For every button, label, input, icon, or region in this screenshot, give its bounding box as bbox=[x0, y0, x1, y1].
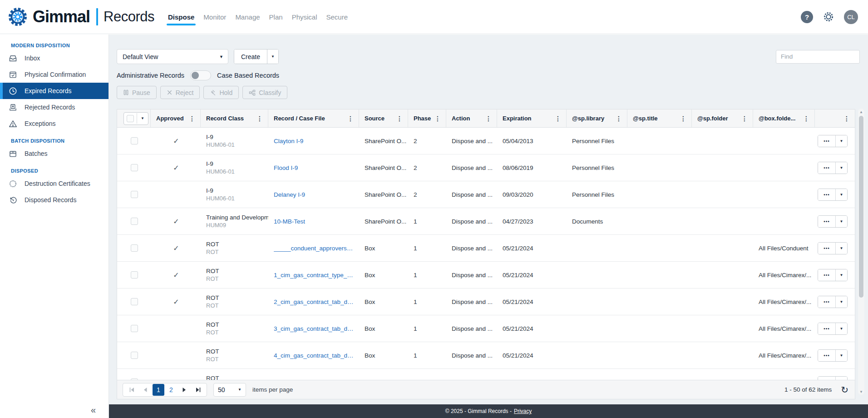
column-menu-icon[interactable]: ⋮ bbox=[187, 115, 197, 122]
column-menu-icon[interactable]: ⋮ bbox=[553, 115, 562, 122]
column-menu-icon[interactable]: ⋮ bbox=[255, 115, 264, 122]
record-link[interactable]: 2_cim_gas_contract_tab_dis... bbox=[274, 299, 355, 305]
first-page-button[interactable] bbox=[125, 383, 138, 396]
page-2-button[interactable]: 2 bbox=[165, 384, 177, 396]
previous-page-button[interactable] bbox=[138, 383, 152, 396]
column-menu-icon[interactable]: ⋮ bbox=[433, 115, 442, 122]
select-all-widget[interactable]: ▼ bbox=[123, 112, 148, 125]
row-dropdown-button[interactable]: ▼ bbox=[835, 189, 847, 200]
view-select[interactable]: Default View ▼ bbox=[117, 49, 228, 64]
find-input[interactable] bbox=[776, 50, 860, 64]
column-menu-icon[interactable]: ⋮ bbox=[484, 115, 493, 122]
row-checkbox[interactable] bbox=[131, 352, 138, 359]
sidebar-collapse-button[interactable]: « bbox=[91, 405, 96, 415]
column-menu-icon[interactable]: ⋮ bbox=[395, 115, 404, 122]
record-link[interactable]: 4_cim_gas_contract_tab_dis... bbox=[274, 352, 355, 359]
sidebar-item-batches[interactable]: Batches bbox=[0, 145, 108, 162]
row-dropdown-button[interactable]: ▼ bbox=[835, 350, 847, 361]
row-more-button[interactable]: ••• bbox=[818, 377, 835, 380]
row-dropdown-button[interactable]: ▼ bbox=[835, 296, 847, 308]
row-checkbox[interactable] bbox=[131, 298, 138, 305]
row-more-button[interactable]: ••• bbox=[818, 296, 835, 308]
sp-title-cell bbox=[627, 289, 692, 315]
row-more-button[interactable]: ••• bbox=[818, 350, 835, 361]
scroll-down-icon[interactable]: ▼ bbox=[858, 388, 864, 395]
row-dropdown-button[interactable]: ▼ bbox=[835, 269, 847, 281]
record-link[interactable]: 10-MB-Test bbox=[274, 218, 305, 225]
row-checkbox[interactable] bbox=[131, 271, 138, 279]
nav-tab-dispose[interactable]: Dispose bbox=[167, 10, 196, 24]
classify-button[interactable]: Classify bbox=[242, 86, 287, 99]
sidebar-item-expired-records[interactable]: Expired Records bbox=[0, 83, 108, 99]
row-more-button[interactable]: ••• bbox=[818, 323, 835, 334]
column-menu-icon[interactable]: ⋮ bbox=[802, 115, 811, 122]
create-button[interactable]: Create bbox=[234, 50, 267, 64]
row-dropdown-button[interactable]: ▼ bbox=[835, 135, 847, 147]
record-link[interactable]: 1_cim_gas_contract_type_cr... bbox=[274, 272, 355, 279]
last-page-button[interactable] bbox=[191, 383, 205, 396]
sidebar-item-rejected-records[interactable]: Rejected Records bbox=[0, 99, 108, 115]
hold-button[interactable]: Hold bbox=[203, 86, 239, 99]
nav-tab-physical[interactable]: Physical bbox=[291, 10, 319, 24]
row-dropdown-button[interactable]: ▼ bbox=[835, 377, 847, 380]
nav-tab-monitor[interactable]: Monitor bbox=[202, 10, 227, 24]
row-checkbox[interactable] bbox=[131, 137, 138, 144]
row-more-button[interactable]: ••• bbox=[818, 269, 835, 281]
records-type-toggle[interactable] bbox=[190, 70, 211, 80]
privacy-link[interactable]: Privacy bbox=[514, 408, 532, 414]
nav-tab-plan[interactable]: Plan bbox=[268, 10, 284, 24]
page-1-button[interactable]: 1 bbox=[153, 384, 164, 396]
row-more-button[interactable]: ••• bbox=[818, 216, 835, 227]
column-menu-icon[interactable]: ⋮ bbox=[842, 115, 851, 122]
row-dropdown-button[interactable]: ▼ bbox=[835, 162, 847, 174]
record-link[interactable]: 3_cim_gas_contract_tab_dis... bbox=[274, 325, 355, 332]
sidebar-item-destruction-certificates[interactable]: Destruction Certificates bbox=[0, 175, 108, 192]
col-header-action: Action⋮ bbox=[446, 109, 497, 127]
create-dropdown-button[interactable]: ▼ bbox=[267, 50, 278, 64]
reject-button[interactable]: Reject bbox=[160, 86, 200, 99]
sidebar-item-exceptions[interactable]: Exceptions bbox=[0, 115, 108, 132]
record-class-code: ROT bbox=[206, 302, 218, 309]
column-menu-icon[interactable]: ⋮ bbox=[614, 115, 623, 122]
row-dropdown-button[interactable]: ▼ bbox=[835, 216, 847, 227]
next-page-button[interactable] bbox=[178, 383, 191, 396]
sidebar-item-disposed-records[interactable]: Disposed Records bbox=[0, 192, 108, 208]
record-link[interactable]: Clayton I-9 bbox=[274, 138, 303, 144]
sidebar-item-inbox[interactable]: Inbox bbox=[0, 50, 108, 66]
row-more-button[interactable]: ••• bbox=[818, 189, 835, 200]
record-link[interactable]: Flood I-9 bbox=[274, 164, 298, 171]
record-link[interactable]: Delaney I-9 bbox=[274, 191, 305, 198]
row-more-button[interactable]: ••• bbox=[818, 135, 835, 147]
row-checkbox[interactable] bbox=[131, 325, 138, 332]
record-link[interactable]: _____conduent_approvers_... bbox=[274, 245, 355, 252]
box-folder-cell: All Files/Cimarex/... bbox=[753, 262, 815, 288]
sidebar-item-physical-confirmation[interactable]: Physical Confirmation bbox=[0, 66, 108, 83]
row-dropdown-button[interactable]: ▼ bbox=[835, 243, 847, 254]
page-size-select[interactable]: 50 ▼ bbox=[213, 383, 246, 397]
pause-button[interactable]: Pause bbox=[117, 86, 157, 99]
scrollbar-thumb[interactable] bbox=[859, 116, 863, 298]
sp-title-cell bbox=[627, 154, 692, 181]
chevron-down-icon[interactable]: ▼ bbox=[137, 113, 148, 124]
row-more-button[interactable]: ••• bbox=[818, 162, 835, 174]
help-icon[interactable]: ? bbox=[801, 11, 813, 23]
scroll-up-icon[interactable]: ▲ bbox=[858, 109, 864, 115]
row-more-button[interactable]: ••• bbox=[818, 243, 835, 254]
sp-library-cell bbox=[567, 342, 627, 368]
vertical-scrollbar[interactable]: ▲ ▼ bbox=[858, 109, 864, 395]
row-dropdown-button[interactable]: ▼ bbox=[835, 323, 847, 334]
row-checkbox[interactable] bbox=[131, 244, 138, 252]
column-menu-icon[interactable]: ⋮ bbox=[346, 115, 355, 122]
row-checkbox[interactable] bbox=[131, 164, 138, 171]
row-checkbox[interactable] bbox=[131, 191, 138, 198]
nav-tab-manage[interactable]: Manage bbox=[234, 10, 261, 24]
select-all-checkbox[interactable] bbox=[127, 115, 134, 122]
avatar[interactable]: CL bbox=[844, 10, 858, 24]
column-menu-icon[interactable]: ⋮ bbox=[679, 115, 688, 122]
refresh-icon[interactable]: ↻ bbox=[841, 385, 848, 394]
nav-tab-secure[interactable]: Secure bbox=[325, 10, 349, 24]
column-menu-icon[interactable]: ⋮ bbox=[740, 115, 749, 122]
settings-gear-icon[interactable] bbox=[823, 11, 834, 23]
row-checkbox[interactable] bbox=[131, 378, 138, 380]
row-checkbox[interactable] bbox=[131, 218, 138, 225]
